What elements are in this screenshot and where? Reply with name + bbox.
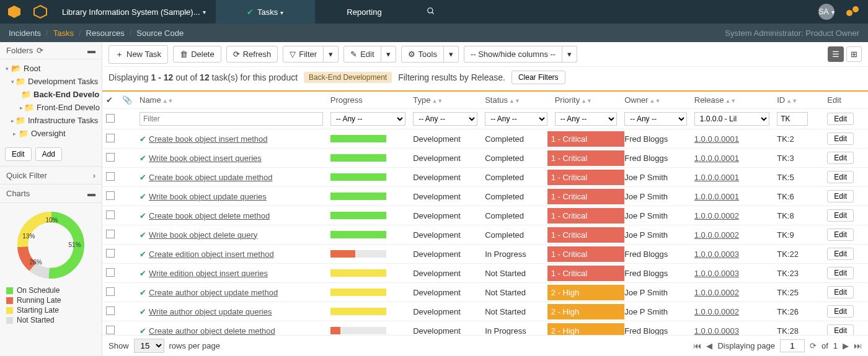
task-name-link[interactable]: Write book object update queries bbox=[149, 192, 267, 201]
release-link[interactable]: 1.0.0.0.0001 bbox=[694, 192, 739, 201]
row-checkbox[interactable] bbox=[106, 172, 115, 181]
filter-priority-select[interactable]: -- Any -- bbox=[555, 112, 618, 126]
logo-outline-icon[interactable] bbox=[31, 2, 50, 21]
charts-collapse-icon[interactable]: ▬ bbox=[87, 189, 95, 198]
row-checkbox[interactable] bbox=[106, 306, 115, 315]
task-name-link[interactable]: Create author object delete method bbox=[149, 326, 275, 336]
filter-button[interactable]: ▽Filter bbox=[283, 46, 324, 63]
row-checkbox[interactable] bbox=[106, 249, 115, 258]
select-all-checkbox[interactable] bbox=[106, 114, 115, 123]
user-avatar[interactable]: SA bbox=[818, 4, 835, 20]
col-status[interactable]: Status▲▼ bbox=[481, 92, 551, 109]
filter-type-select[interactable]: -- Any -- bbox=[413, 112, 477, 126]
task-name-link[interactable]: Create book object insert method bbox=[149, 134, 268, 144]
tab-tasks[interactable]: ✔ Tasks bbox=[216, 0, 315, 24]
tree-front-end[interactable]: ▸📁Front-End Develo bbox=[0, 101, 102, 114]
subnav-incidents[interactable]: Incidents bbox=[9, 28, 41, 38]
task-name-link[interactable]: Write edition object insert queries bbox=[149, 269, 268, 278]
filter-edit-button[interactable]: Edit bbox=[827, 113, 854, 125]
tree-dev-tasks[interactable]: ▾📁Development Tasks bbox=[0, 75, 102, 88]
row-edit-button[interactable]: Edit bbox=[827, 190, 854, 202]
page-refresh-icon[interactable]: ⟳ bbox=[810, 341, 817, 350]
row-edit-button[interactable]: Edit bbox=[827, 132, 854, 145]
folder-add-button[interactable]: Add bbox=[35, 147, 62, 161]
tools-button[interactable]: ⚙Tools bbox=[401, 46, 444, 63]
list-view-icon[interactable]: ☰ bbox=[828, 46, 844, 62]
last-page-icon[interactable]: ⏭ bbox=[854, 341, 862, 350]
settings-gears-icon[interactable] bbox=[838, 6, 868, 19]
col-type[interactable]: Type▲▼ bbox=[409, 92, 481, 109]
task-name-link[interactable]: Create book object delete method bbox=[149, 211, 270, 220]
next-page-icon[interactable]: ▶ bbox=[843, 341, 849, 350]
subnav-source-code[interactable]: Source Code bbox=[136, 28, 184, 38]
task-name-link[interactable]: Create book object update method bbox=[149, 173, 272, 182]
row-edit-button[interactable]: Edit bbox=[827, 152, 854, 164]
filter-status-select[interactable]: -- Any -- bbox=[485, 112, 547, 126]
release-link[interactable]: 1.0.0.0.0003 bbox=[694, 250, 739, 259]
tree-oversight[interactable]: ▸📁Oversight bbox=[0, 127, 102, 140]
search-icon[interactable] bbox=[414, 7, 448, 17]
row-edit-button[interactable]: Edit bbox=[827, 209, 854, 222]
refresh-button[interactable]: ⟳Refresh bbox=[226, 46, 278, 63]
row-checkbox[interactable] bbox=[106, 134, 115, 142]
row-edit-button[interactable]: Edit bbox=[827, 324, 854, 335]
tab-reporting[interactable]: Reporting bbox=[315, 0, 414, 24]
refresh-icon[interactable]: ⟳ bbox=[37, 46, 43, 55]
delete-button[interactable]: 🗑Delete bbox=[173, 46, 221, 63]
filter-name-input[interactable] bbox=[140, 112, 323, 126]
row-checkbox[interactable] bbox=[106, 230, 115, 238]
filter-release-select[interactable]: 1.0.0.0 - Lil bbox=[694, 112, 769, 126]
new-task-button[interactable]: ＋New Task bbox=[108, 45, 168, 64]
row-edit-button[interactable]: Edit bbox=[827, 228, 854, 241]
tree-back-end[interactable]: 📁Back-End Develo bbox=[0, 88, 102, 101]
task-name-link[interactable]: Write book object insert queries bbox=[149, 154, 262, 163]
columns-select[interactable]: -- Show/hide columns -- bbox=[464, 46, 562, 63]
row-checkbox[interactable] bbox=[106, 287, 115, 296]
release-link[interactable]: 1.0.0.0.0001 bbox=[694, 154, 739, 163]
board-view-icon[interactable]: ⊞ bbox=[846, 46, 862, 62]
rows-per-page-select[interactable]: 15 bbox=[134, 339, 164, 353]
subnav-resources[interactable]: Resources bbox=[86, 28, 125, 38]
row-edit-button[interactable]: Edit bbox=[827, 267, 854, 279]
col-owner[interactable]: Owner▲▼ bbox=[621, 92, 691, 109]
release-link[interactable]: 1.0.0.0.0002 bbox=[694, 230, 739, 240]
task-name-link[interactable]: Create edition object insert method bbox=[149, 250, 274, 259]
prev-page-icon[interactable]: ◀ bbox=[706, 341, 712, 350]
filter-progress-select[interactable]: -- Any -- bbox=[330, 112, 405, 126]
row-checkbox[interactable] bbox=[106, 326, 115, 334]
first-page-icon[interactable]: ⏮ bbox=[693, 341, 701, 350]
subnav-tasks[interactable]: Tasks bbox=[53, 28, 74, 38]
edit-dropdown[interactable]: ▾ bbox=[381, 46, 396, 63]
col-release[interactable]: Release▲▼ bbox=[691, 92, 773, 109]
task-name-link[interactable]: Write author object update queries bbox=[149, 307, 272, 316]
row-checkbox[interactable] bbox=[106, 153, 115, 162]
col-name[interactable]: Name▲▼ bbox=[136, 92, 327, 109]
row-checkbox[interactable] bbox=[106, 191, 115, 200]
filter-owner-select[interactable]: -- Any -- bbox=[624, 112, 687, 126]
edit-button[interactable]: ✎Edit bbox=[343, 46, 381, 63]
col-progress[interactable]: Progress bbox=[327, 92, 409, 109]
row-checkbox[interactable] bbox=[106, 268, 115, 277]
tools-dropdown[interactable]: ▾ bbox=[444, 46, 459, 63]
tree-infra[interactable]: ▸📁Infrastructure Tasks bbox=[0, 114, 102, 127]
release-link[interactable]: 1.0.0.0.0003 bbox=[694, 326, 739, 336]
quick-filter-toggle[interactable]: Quick Filter› bbox=[0, 166, 102, 185]
release-link[interactable]: 1.0.0.0.0002 bbox=[694, 307, 739, 316]
filter-dropdown[interactable]: ▾ bbox=[324, 46, 339, 63]
release-link[interactable]: 1.0.0.0.0003 bbox=[694, 269, 739, 278]
columns-dropdown[interactable]: ▾ bbox=[562, 46, 577, 63]
row-edit-button[interactable]: Edit bbox=[827, 171, 854, 183]
filter-id-input[interactable] bbox=[777, 112, 808, 126]
col-priority[interactable]: Priority▲▼ bbox=[551, 92, 621, 109]
row-edit-button[interactable]: Edit bbox=[827, 305, 854, 318]
collapse-icon[interactable]: ▬ bbox=[87, 46, 95, 55]
release-link[interactable]: 1.0.0.0.0002 bbox=[694, 288, 739, 297]
row-edit-button[interactable]: Edit bbox=[827, 286, 854, 298]
row-checkbox[interactable] bbox=[106, 211, 115, 219]
clear-filters-button[interactable]: Clear Filters bbox=[512, 71, 565, 84]
task-name-link[interactable]: Write book object delete query bbox=[149, 230, 257, 240]
task-name-link[interactable]: Create author object update method bbox=[149, 288, 278, 297]
page-input[interactable] bbox=[780, 339, 805, 352]
release-link[interactable]: 1.0.0.0.0001 bbox=[694, 134, 739, 144]
release-link[interactable]: 1.0.0.0.0001 bbox=[694, 173, 739, 182]
